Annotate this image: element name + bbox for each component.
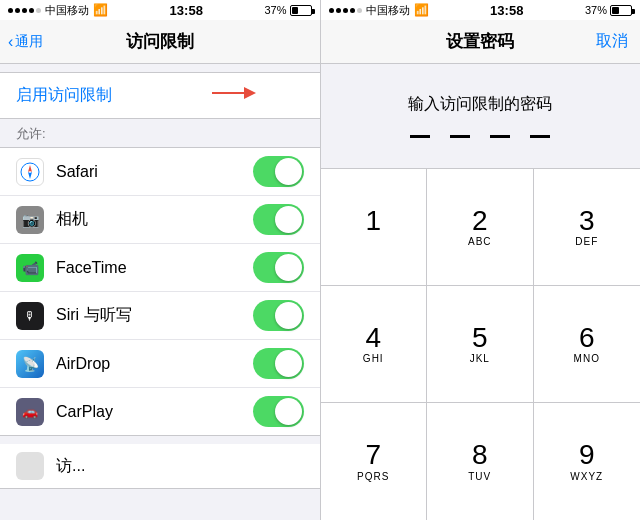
numpad-key-2-sub: ABC: [468, 236, 492, 248]
numpad-key-1[interactable]: 1: [321, 169, 428, 286]
numpad-key-5-sub: JKL: [470, 353, 490, 365]
numpad-key-4-main: 4: [365, 323, 381, 354]
left-status-right: 37%: [264, 4, 311, 16]
list-item-facetime[interactable]: 📹 FaceTime: [0, 244, 320, 292]
right-signal-icon: [329, 8, 362, 13]
passcode-dash-4: [530, 135, 550, 138]
left-panel: 中国移动 📶 13:58 37% ‹ 通用 访问限制 启用访问限制: [0, 0, 320, 520]
right-panel: 中国移动 📶 13:58 37% 设置密码 取消 输入访问限制的密码 12ABC…: [321, 0, 641, 520]
settings-list: Safari 📷 相机 📹 FaceTime 🎙 Siri 与听写: [0, 147, 320, 436]
numpad-key-3-main: 3: [579, 206, 595, 237]
passcode-dash-1: [410, 135, 430, 138]
back-chevron-icon: ‹: [8, 33, 13, 51]
numpad-key-2-main: 2: [472, 206, 488, 237]
carplay-icon: 🚗: [16, 398, 44, 426]
cancel-button[interactable]: 取消: [596, 31, 628, 52]
numpad-key-4-sub: GHI: [363, 353, 384, 365]
safari-icon: [16, 158, 44, 186]
back-label: 通用: [15, 33, 43, 51]
numpad-key-3-sub: DEF: [575, 236, 598, 248]
numpad-key-7[interactable]: 7PQRS: [321, 403, 428, 520]
right-nav-bar: 设置密码 取消: [321, 20, 641, 64]
arrow-indicator: [210, 81, 260, 105]
numpad-key-7-main: 7: [365, 440, 381, 471]
numpad-key-6[interactable]: 6MNO: [534, 286, 641, 403]
facetime-icon: 📹: [16, 254, 44, 282]
red-arrow-icon: [210, 81, 260, 105]
numpad-key-4[interactable]: 4GHI: [321, 286, 428, 403]
back-button[interactable]: ‹ 通用: [8, 33, 43, 51]
passcode-prompt: 输入访问限制的密码: [321, 64, 641, 168]
numpad-key-9-main: 9: [579, 440, 595, 471]
right-status-left: 中国移动 📶: [329, 3, 429, 18]
camera-label: 相机: [56, 209, 253, 230]
carplay-label: CarPlay: [56, 403, 253, 421]
partial-icon: [16, 452, 44, 480]
signal-icon: [8, 8, 41, 13]
battery-percent: 37%: [264, 4, 286, 16]
right-nav-title: 设置密码: [446, 30, 514, 53]
right-status-right: 37%: [585, 4, 632, 16]
numpad-key-6-main: 6: [579, 323, 595, 354]
left-nav-bar: ‹ 通用 访问限制: [0, 20, 320, 64]
partial-row: 访...: [0, 436, 320, 489]
left-status-bar: 中国移动 📶 13:58 37%: [0, 0, 320, 20]
safari-label: Safari: [56, 163, 253, 181]
passcode-dash-3: [490, 135, 510, 138]
numpad-key-8[interactable]: 8TUV: [427, 403, 534, 520]
numpad-key-5-main: 5: [472, 323, 488, 354]
section-label: 允许:: [0, 119, 320, 147]
enable-restrictions-row[interactable]: 启用访问限制: [0, 72, 320, 119]
numpad-key-6-sub: MNO: [574, 353, 600, 365]
safari-logo: [20, 162, 40, 182]
numpad-key-3[interactable]: 3DEF: [534, 169, 641, 286]
numpad-key-2[interactable]: 2ABC: [427, 169, 534, 286]
partial-label: 访...: [56, 456, 85, 477]
right-status-bar: 中国移动 📶 13:58 37%: [321, 0, 641, 20]
list-item-carplay[interactable]: 🚗 CarPlay: [0, 388, 320, 435]
numpad-key-5[interactable]: 5JKL: [427, 286, 534, 403]
right-carrier-name: 中国移动: [366, 3, 410, 18]
passcode-dots: [410, 135, 550, 138]
siri-icon: 🎙: [16, 302, 44, 330]
right-time-display: 13:58: [490, 3, 523, 18]
airdrop-icon: 📡: [16, 350, 44, 378]
siri-label: Siri 与听写: [56, 305, 253, 326]
left-status-left: 中国移动 📶: [8, 3, 108, 18]
numpad-key-8-main: 8: [472, 440, 488, 471]
carrier-name: 中国移动: [45, 3, 89, 18]
numpad-key-8-sub: TUV: [468, 471, 491, 483]
right-battery-icon: [610, 5, 632, 16]
list-item-safari[interactable]: Safari: [0, 148, 320, 196]
airdrop-toggle[interactable]: [253, 348, 304, 379]
right-battery-percent: 37%: [585, 4, 607, 16]
time-display: 13:58: [170, 3, 203, 18]
left-nav-title: 访问限制: [126, 30, 194, 53]
wifi-icon: 📶: [93, 3, 108, 17]
camera-toggle[interactable]: [253, 204, 304, 235]
list-item-siri[interactable]: 🎙 Siri 与听写: [0, 292, 320, 340]
airdrop-label: AirDrop: [56, 355, 253, 373]
passcode-prompt-text: 输入访问限制的密码: [408, 94, 552, 115]
siri-toggle[interactable]: [253, 300, 304, 331]
safari-toggle[interactable]: [253, 156, 304, 187]
camera-icon: 📷: [16, 206, 44, 234]
facetime-toggle[interactable]: [253, 252, 304, 283]
numpad-key-9-sub: WXYZ: [570, 471, 603, 483]
numpad-key-7-sub: PQRS: [357, 471, 389, 483]
passcode-dash-2: [450, 135, 470, 138]
enable-text: 启用访问限制: [16, 85, 112, 106]
battery-icon: [290, 5, 312, 16]
numpad-key-9[interactable]: 9WXYZ: [534, 403, 641, 520]
numpad: 12ABC3DEF4GHI5JKL6MNO7PQRS8TUV9WXYZ: [321, 168, 641, 520]
carplay-toggle[interactable]: [253, 396, 304, 427]
facetime-label: FaceTime: [56, 259, 253, 277]
list-item-airdrop[interactable]: 📡 AirDrop: [0, 340, 320, 388]
numpad-key-1-main: 1: [365, 206, 381, 237]
right-wifi-icon: 📶: [414, 3, 429, 17]
list-item-camera[interactable]: 📷 相机: [0, 196, 320, 244]
